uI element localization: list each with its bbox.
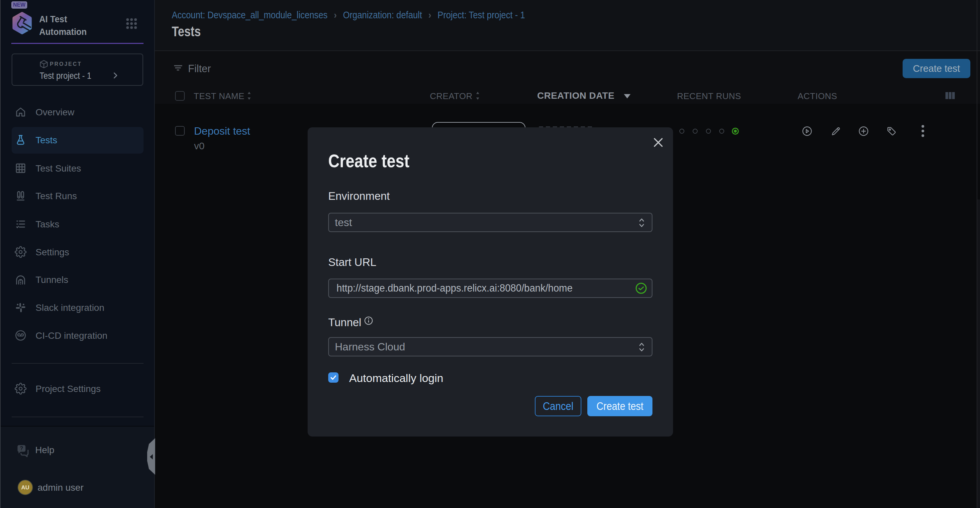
svg-text:?: ? bbox=[20, 445, 23, 451]
